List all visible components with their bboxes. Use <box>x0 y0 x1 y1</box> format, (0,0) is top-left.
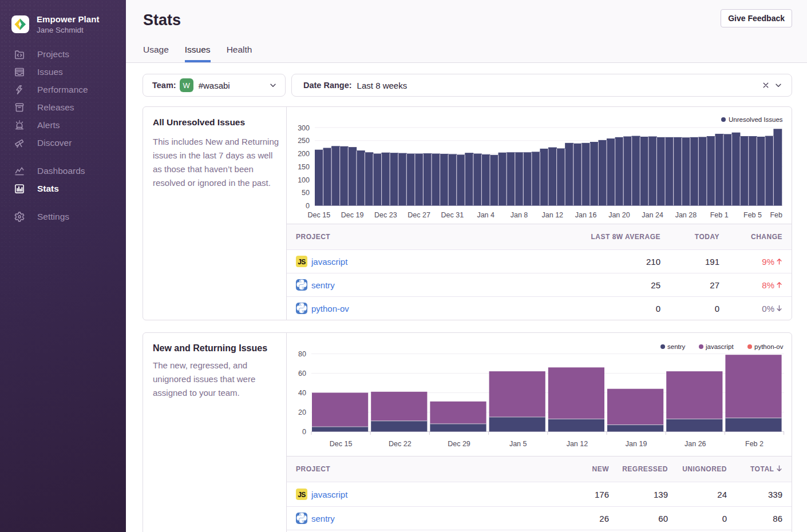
svg-text:50: 50 <box>302 189 310 197</box>
svg-text:Unresolved Issues: Unresolved Issues <box>729 116 783 123</box>
svg-text:Jan 8: Jan 8 <box>511 211 528 219</box>
svg-text:Feb 5: Feb 5 <box>743 211 762 219</box>
svg-text:Jan 4: Jan 4 <box>477 211 495 219</box>
svg-text:0: 0 <box>302 428 306 436</box>
svg-text:80: 80 <box>298 350 306 358</box>
svg-text:Jan 12: Jan 12 <box>542 211 564 219</box>
svg-text:javascript: javascript <box>705 343 734 350</box>
svg-text:20: 20 <box>298 408 306 416</box>
svg-text:Dec 27: Dec 27 <box>408 211 430 219</box>
svg-text:0: 0 <box>306 202 310 210</box>
svg-text:250: 250 <box>298 137 310 145</box>
svg-text:Dec 15: Dec 15 <box>307 211 330 219</box>
svg-text:Jan 26: Jan 26 <box>685 440 706 448</box>
svg-text:Dec 15: Dec 15 <box>330 440 353 448</box>
svg-text:Dec 22: Dec 22 <box>389 440 412 448</box>
svg-text:Dec 29: Dec 29 <box>448 440 470 448</box>
svg-text:Jan 12: Jan 12 <box>567 440 588 448</box>
svg-text:Dec 19: Dec 19 <box>341 211 364 219</box>
svg-text:Jan 5: Jan 5 <box>509 440 527 448</box>
svg-text:40: 40 <box>298 389 306 397</box>
svg-text:100: 100 <box>298 176 310 184</box>
svg-text:Jan 16: Jan 16 <box>575 211 597 219</box>
svg-text:Jan 28: Jan 28 <box>675 211 697 219</box>
svg-text:Dec 31: Dec 31 <box>441 211 464 219</box>
svg-text:python-ov: python-ov <box>754 343 784 350</box>
svg-text:200: 200 <box>298 150 310 158</box>
svg-text:Feb: Feb <box>770 211 782 219</box>
svg-text:sentry: sentry <box>667 343 686 350</box>
svg-text:300: 300 <box>298 124 310 132</box>
svg-text:Feb 1: Feb 1 <box>710 211 729 219</box>
svg-text:Jan 20: Jan 20 <box>608 211 630 219</box>
svg-text:60: 60 <box>298 370 306 378</box>
svg-text:Dec 23: Dec 23 <box>374 211 397 219</box>
svg-text:Feb 2: Feb 2 <box>745 440 764 448</box>
svg-text:Jan 19: Jan 19 <box>626 440 647 448</box>
svg-text:Jan 24: Jan 24 <box>642 211 663 219</box>
svg-text:150: 150 <box>298 163 310 171</box>
